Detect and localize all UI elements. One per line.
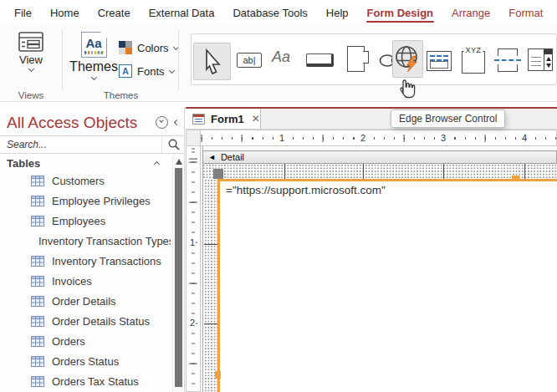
option-group-tool-button[interactable]: XYZ [462,51,485,74]
themes-group-caption: Themes [64,90,178,100]
view-button[interactable]: View [0,32,62,71]
grid-inch-line [204,244,217,245]
resize-handle-left[interactable] [215,371,221,379]
table-icon [31,316,44,327]
search-button[interactable] [161,136,185,153]
table-item-order-details[interactable]: Order Details [0,291,171,311]
fonts-dropdown-chevron-icon [168,68,174,74]
detail-section-bar[interactable]: ◄ Detail [202,150,557,164]
view-dropdown-chevron-icon [28,66,33,72]
page-break-icon [496,48,519,72]
navigation-control-tool-button[interactable] [427,51,452,71]
ruler-number: 4 [519,133,529,144]
selection-border-top[interactable] [217,179,557,181]
form1-tab[interactable]: Form1 ✕ [186,109,261,129]
table-item-customers[interactable]: Customers [0,171,171,191]
grid-inch-line [443,164,444,179]
menu-file[interactable]: File [5,0,41,25]
table-icon [31,196,44,206]
table-item-orders-status[interactable]: Orders Status [0,351,171,371]
menu-format-label: Format [508,7,543,19]
themes-dropdown-chevron-icon [90,74,96,80]
colors-button[interactable]: Colors [119,38,178,57]
ribbon-group-divider [178,30,179,89]
fonts-button[interactable]: A Fonts [119,62,174,80]
menu-create[interactable]: Create [89,0,140,25]
grid-inch-line [363,164,364,179]
table-icon [31,356,44,367]
table-icon [31,176,44,186]
table-item-invoices[interactable]: Invoices [0,271,171,291]
table-item-label: Orders Tax Status [52,375,139,388]
select-tool-button[interactable] [193,43,231,80]
table-item-order-details-status[interactable]: Order Details Status [0,311,171,331]
controls-gallery: ab| Aa [191,33,557,85]
menu-database-tools[interactable]: Database Tools [223,0,316,25]
navigation-pane-title: All Access Objects [7,114,156,132]
table-item-inventory-transactions[interactable]: Inventory Transactions [0,251,171,271]
search-bar [0,135,185,154]
selection-border-left[interactable] [217,179,220,392]
form-icon [192,114,205,125]
edge-browser-control-button[interactable] [392,40,423,78]
hand-cursor [396,76,417,101]
table-item-label: Employee Privileges [52,195,151,207]
button-tool-button[interactable] [306,53,334,67]
scroll-up-arrow-icon[interactable] [176,159,182,165]
ribbon-group-divider [62,30,63,89]
menu-home[interactable]: Home [41,0,89,25]
menu-form-design[interactable]: Form Design [358,0,442,25]
tables-section-header[interactable]: Tables [7,155,159,171]
table-icon [31,216,44,227]
ruler-number: 2 [189,317,196,328]
themes-button[interactable]: Aa Themes [70,32,117,79]
menu-help-label: Help [326,7,349,19]
table-item-label: Customers [52,175,105,187]
views-group: View Views [0,25,62,102]
menu-help[interactable]: Help [317,0,358,25]
chevron-down-icon [159,118,164,123]
move-handle[interactable] [213,169,223,179]
menu-create-label: Create [98,7,130,19]
design-grid-margin[interactable] [204,179,217,392]
design-grid[interactable] [202,164,557,179]
table-item-label: Inventory Transaction Types [38,235,171,247]
resize-handle-top[interactable] [512,176,519,181]
menu-database-tools-label: Database Tools [233,7,307,19]
page-break-tool-button[interactable] [496,48,519,72]
menu-arrange[interactable]: Arrange [442,0,499,25]
table-icon [31,256,44,267]
combo-box-tool-button[interactable] [528,48,553,71]
edge-browser-control-canvas[interactable]: ="https://support.microsoft.com" [220,181,557,392]
search-input[interactable] [0,136,161,153]
vertical-ruler: 1 2 [186,146,201,392]
table-item-employee-privileges[interactable]: Employee Privileges [0,191,171,211]
nav-pane-menu-button[interactable] [156,116,168,129]
text-box-tool-button[interactable]: ab| [237,53,262,68]
themes-icon: Aa [81,32,107,58]
ribbon: View Views Aa Themes Colors A Fonts Them… [0,25,557,102]
label-tool-button[interactable]: Aa [272,48,290,66]
search-icon [168,139,180,150]
tooltip-text: Edge Browser Control [399,113,497,125]
control-source-text: ="https://support.microsoft.com" [226,184,386,196]
document-area: Form1 ✕ 1 2 3 4 1 2 ◄ Detail ="https://s… [186,107,557,392]
ribbon-tab-bar: File Home Create External Data Database … [0,0,557,25]
table-item-orders[interactable]: Orders [0,331,171,351]
table-item-label: Employees [52,215,105,227]
table-item-orders-tax-status[interactable]: Orders Tax Status [0,371,171,391]
navigation-control-icon [427,51,452,71]
label-icon: Aa [272,48,290,66]
tab-control-tool-button[interactable] [347,46,365,72]
shutter-close-button[interactable] [174,119,180,125]
command-button-icon [306,53,334,67]
close-tab-icon[interactable]: ✕ [252,113,260,125]
menu-external-data[interactable]: External Data [140,0,224,25]
scrollbar-thumb[interactable] [175,168,182,387]
sidebar-scrollbar[interactable] [172,155,184,392]
table-item-inventory-transaction-types[interactable]: Inventory Transaction Types [0,231,171,251]
menu-format[interactable]: Format [499,0,552,25]
themes-button-label: Themes [69,59,118,74]
table-item-employees[interactable]: Employees [0,211,171,231]
table-item-label: Orders Status [52,355,119,368]
